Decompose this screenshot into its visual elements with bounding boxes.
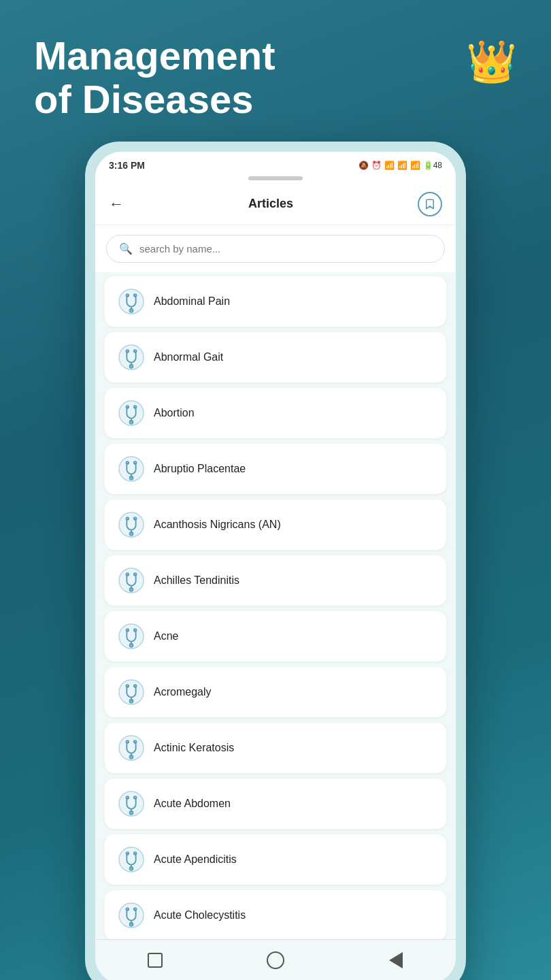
- svg-point-34: [131, 644, 132, 646]
- article-name: Abruptio Placentae: [154, 463, 246, 475]
- stethoscope-icon: [118, 791, 144, 817]
- battery-icon: 🔋48: [423, 161, 442, 170]
- nav-recent-button[interactable]: [385, 949, 407, 971]
- search-container: 🔍: [95, 225, 456, 272]
- svg-point-39: [131, 700, 132, 702]
- stethoscope-icon: [118, 289, 144, 314]
- status-bar: 3:16 PM 🔕 ⏰ 📶 📶 📶 🔋48: [95, 152, 456, 176]
- article-name: Abortion: [154, 407, 195, 419]
- nav-back-button[interactable]: [265, 949, 286, 971]
- articles-title: Articles: [248, 197, 293, 211]
- back-button[interactable]: ←: [109, 195, 124, 213]
- notification-icon: 🔕: [358, 161, 369, 170]
- triangle-icon: [389, 952, 403, 968]
- svg-point-29: [131, 589, 132, 590]
- article-name: Abdominal Pain: [154, 295, 230, 308]
- status-icons: 🔕 ⏰ 📶 📶 📶 🔋48: [358, 161, 442, 170]
- list-item[interactable]: Acromegaly: [105, 667, 446, 717]
- notch-area: [95, 176, 456, 184]
- search-icon: 🔍: [119, 242, 133, 255]
- svg-point-14: [131, 421, 132, 423]
- signal-icon: 📶: [384, 161, 395, 170]
- home-icon: [148, 953, 163, 968]
- svg-point-24: [131, 533, 132, 534]
- stethoscope-icon: [118, 344, 144, 370]
- list-item[interactable]: Acne: [105, 611, 446, 662]
- stethoscope-icon: [118, 568, 144, 593]
- stethoscope-icon: [118, 902, 144, 928]
- article-name: Acromegaly: [154, 686, 211, 698]
- app-header: ← Articles: [95, 184, 456, 225]
- article-name: Achilles Tendinitis: [154, 574, 239, 587]
- svg-point-49: [131, 812, 132, 813]
- stethoscope-icon: [118, 623, 144, 649]
- list-item[interactable]: Actinic Keratosis: [105, 723, 446, 773]
- bottom-nav: [95, 939, 456, 980]
- list-item[interactable]: Abruptio Placentae: [105, 444, 446, 494]
- notch: [248, 176, 303, 180]
- list-item[interactable]: Abnormal Gait: [105, 332, 446, 382]
- alarm-icon: ⏰: [371, 161, 382, 170]
- article-name: Acute Cholecystitis: [154, 909, 246, 921]
- svg-point-54: [131, 868, 132, 869]
- article-name: Acne: [154, 630, 178, 642]
- page-header: Management of Diseases 👑: [0, 0, 551, 135]
- svg-point-9: [131, 365, 132, 367]
- status-time: 3:16 PM: [109, 160, 145, 171]
- page-title: Management of Diseases: [34, 34, 466, 121]
- article-name: Acute Abdomen: [154, 798, 231, 810]
- list-item[interactable]: Acanthosis Nigricans (AN): [105, 500, 446, 550]
- search-input[interactable]: [139, 243, 432, 255]
- crown-icon: 👑: [466, 37, 517, 86]
- stethoscope-icon: [118, 679, 144, 705]
- circle-icon: [267, 951, 284, 969]
- stethoscope-icon: [118, 400, 144, 426]
- list-item[interactable]: Acute Cholecystitis: [105, 890, 446, 939]
- wifi-icon: 📶: [410, 161, 420, 170]
- bookmark-button[interactable]: [418, 192, 442, 216]
- article-name: Acanthosis Nigricans (AN): [154, 519, 281, 531]
- list-item[interactable]: Achilles Tendinitis: [105, 555, 446, 606]
- nav-home-button[interactable]: [144, 949, 166, 971]
- list-item[interactable]: Abdominal Pain: [105, 276, 446, 327]
- article-name: Acute Apendicitis: [154, 853, 237, 866]
- svg-point-19: [131, 477, 132, 478]
- phone-frame: 3:16 PM 🔕 ⏰ 📶 📶 📶 🔋48 ← Articles: [85, 142, 466, 980]
- search-box[interactable]: 🔍: [106, 235, 445, 263]
- signal2-icon: 📶: [397, 161, 407, 170]
- stethoscope-icon: [118, 512, 144, 538]
- list-item[interactable]: Acute Apendicitis: [105, 834, 446, 885]
- svg-point-59: [131, 924, 132, 925]
- stethoscope-icon: [118, 735, 144, 761]
- article-name: Abnormal Gait: [154, 351, 223, 363]
- stethoscope-icon: [118, 847, 144, 872]
- article-name: Actinic Keratosis: [154, 742, 234, 754]
- list-item[interactable]: Abortion: [105, 388, 446, 438]
- phone-inner: 3:16 PM 🔕 ⏰ 📶 📶 📶 🔋48 ← Articles: [95, 152, 456, 980]
- articles-list: Abdominal Pain Abnormal Gait Abortion: [95, 272, 456, 939]
- stethoscope-icon: [118, 456, 144, 482]
- list-item[interactable]: Acute Abdomen: [105, 779, 446, 829]
- svg-point-44: [131, 756, 132, 757]
- svg-point-4: [131, 310, 132, 311]
